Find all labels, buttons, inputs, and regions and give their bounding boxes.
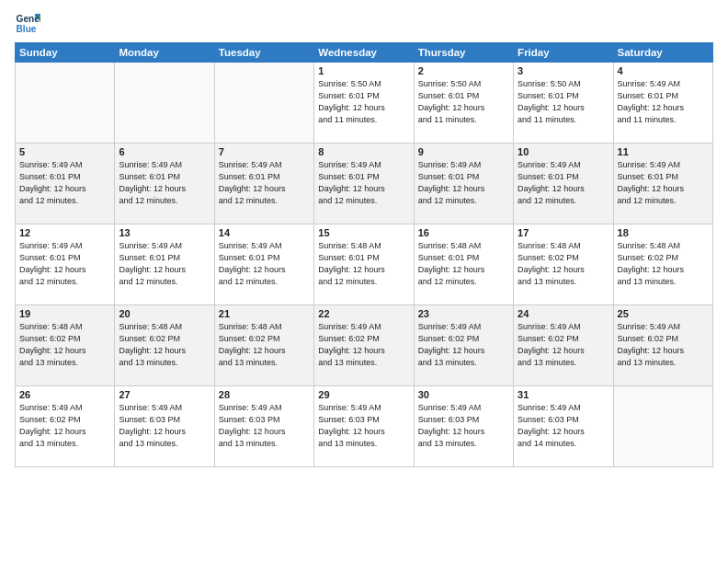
calendar-cell: 3Sunrise: 5:50 AMSunset: 6:01 PMDaylight…: [514, 63, 613, 144]
day-info: Sunrise: 5:49 AMSunset: 6:01 PMDaylight:…: [219, 159, 310, 207]
day-number: 1: [318, 65, 409, 76]
calendar-header-wednesday: Wednesday: [314, 43, 414, 63]
day-info: Sunrise: 5:48 AMSunset: 6:02 PMDaylight:…: [618, 240, 709, 288]
day-number: 11: [618, 146, 709, 157]
calendar-week-4: 19Sunrise: 5:48 AMSunset: 6:02 PMDayligh…: [16, 305, 713, 386]
calendar-cell: 18Sunrise: 5:48 AMSunset: 6:02 PMDayligh…: [613, 224, 712, 305]
calendar-cell: 2Sunrise: 5:50 AMSunset: 6:01 PMDaylight…: [414, 63, 513, 144]
calendar-cell: 17Sunrise: 5:48 AMSunset: 6:02 PMDayligh…: [514, 224, 613, 305]
calendar-cell: [613, 386, 712, 467]
calendar-cell: 9Sunrise: 5:49 AMSunset: 6:01 PMDaylight…: [414, 144, 513, 224]
calendar-cell: 23Sunrise: 5:49 AMSunset: 6:02 PMDayligh…: [414, 305, 513, 386]
day-info: Sunrise: 5:50 AMSunset: 6:01 PMDaylight:…: [418, 78, 509, 126]
day-number: 29: [318, 389, 409, 400]
calendar-cell: 16Sunrise: 5:48 AMSunset: 6:01 PMDayligh…: [414, 224, 513, 305]
day-number: 12: [19, 227, 110, 238]
calendar-cell: 15Sunrise: 5:48 AMSunset: 6:01 PMDayligh…: [314, 224, 414, 305]
day-number: 8: [318, 146, 409, 157]
calendar-cell: 11Sunrise: 5:49 AMSunset: 6:01 PMDayligh…: [613, 144, 712, 224]
calendar-cell: [16, 63, 115, 144]
day-number: 25: [618, 308, 709, 319]
calendar-cell: 28Sunrise: 5:49 AMSunset: 6:03 PMDayligh…: [214, 386, 313, 467]
calendar-cell: 4Sunrise: 5:49 AMSunset: 6:01 PMDaylight…: [613, 63, 712, 144]
day-number: 30: [418, 389, 509, 400]
calendar: SundayMondayTuesdayWednesdayThursdayFrid…: [15, 42, 713, 467]
day-info: Sunrise: 5:48 AMSunset: 6:01 PMDaylight:…: [418, 240, 509, 288]
day-info: Sunrise: 5:49 AMSunset: 6:01 PMDaylight:…: [119, 159, 210, 207]
day-info: Sunrise: 5:49 AMSunset: 6:03 PMDaylight:…: [518, 402, 609, 450]
day-number: 7: [219, 146, 310, 157]
calendar-week-5: 26Sunrise: 5:49 AMSunset: 6:02 PMDayligh…: [16, 386, 713, 467]
calendar-cell: [214, 63, 313, 144]
day-info: Sunrise: 5:49 AMSunset: 6:01 PMDaylight:…: [418, 159, 509, 207]
calendar-cell: 10Sunrise: 5:49 AMSunset: 6:01 PMDayligh…: [514, 144, 613, 224]
day-info: Sunrise: 5:49 AMSunset: 6:01 PMDaylight:…: [518, 159, 609, 207]
day-number: 3: [518, 65, 609, 76]
calendar-cell: 12Sunrise: 5:49 AMSunset: 6:01 PMDayligh…: [16, 224, 115, 305]
calendar-header-thursday: Thursday: [414, 43, 513, 63]
day-info: Sunrise: 5:50 AMSunset: 6:01 PMDaylight:…: [518, 78, 609, 126]
day-info: Sunrise: 5:48 AMSunset: 6:02 PMDaylight:…: [119, 321, 210, 369]
day-number: 21: [219, 308, 310, 319]
day-number: 17: [518, 227, 609, 238]
day-info: Sunrise: 5:48 AMSunset: 6:02 PMDaylight:…: [19, 321, 110, 369]
calendar-cell: 19Sunrise: 5:48 AMSunset: 6:02 PMDayligh…: [16, 305, 115, 386]
page: General Blue SundayMondayTuesdayWednesda…: [0, 0, 728, 563]
day-number: 22: [318, 308, 409, 319]
day-info: Sunrise: 5:49 AMSunset: 6:01 PMDaylight:…: [219, 240, 310, 288]
day-info: Sunrise: 5:49 AMSunset: 6:02 PMDaylight:…: [418, 321, 509, 369]
day-number: 10: [518, 146, 609, 157]
day-number: 31: [518, 389, 609, 400]
day-info: Sunrise: 5:49 AMSunset: 6:01 PMDaylight:…: [618, 78, 709, 126]
calendar-cell: 21Sunrise: 5:48 AMSunset: 6:02 PMDayligh…: [214, 305, 313, 386]
header: General Blue: [15, 11, 713, 37]
calendar-cell: 5Sunrise: 5:49 AMSunset: 6:01 PMDaylight…: [16, 144, 115, 224]
day-number: 28: [219, 389, 310, 400]
calendar-cell: 30Sunrise: 5:49 AMSunset: 6:03 PMDayligh…: [414, 386, 513, 467]
day-info: Sunrise: 5:49 AMSunset: 6:02 PMDaylight:…: [318, 321, 409, 369]
day-number: 15: [318, 227, 409, 238]
calendar-header-sunday: Sunday: [16, 43, 115, 63]
calendar-cell: 25Sunrise: 5:49 AMSunset: 6:02 PMDayligh…: [613, 305, 712, 386]
day-info: Sunrise: 5:49 AMSunset: 6:02 PMDaylight:…: [618, 321, 709, 369]
calendar-cell: 29Sunrise: 5:49 AMSunset: 6:03 PMDayligh…: [314, 386, 414, 467]
day-info: Sunrise: 5:49 AMSunset: 6:01 PMDaylight:…: [19, 240, 110, 288]
calendar-cell: 22Sunrise: 5:49 AMSunset: 6:02 PMDayligh…: [314, 305, 414, 386]
calendar-cell: 27Sunrise: 5:49 AMSunset: 6:03 PMDayligh…: [115, 386, 214, 467]
day-info: Sunrise: 5:49 AMSunset: 6:02 PMDaylight:…: [518, 321, 609, 369]
calendar-header-saturday: Saturday: [613, 43, 712, 63]
calendar-cell: 31Sunrise: 5:49 AMSunset: 6:03 PMDayligh…: [514, 386, 613, 467]
day-info: Sunrise: 5:49 AMSunset: 6:01 PMDaylight:…: [318, 159, 409, 207]
day-info: Sunrise: 5:49 AMSunset: 6:01 PMDaylight:…: [618, 159, 709, 207]
day-info: Sunrise: 5:49 AMSunset: 6:03 PMDaylight:…: [119, 402, 210, 450]
day-info: Sunrise: 5:48 AMSunset: 6:02 PMDaylight:…: [219, 321, 310, 369]
day-number: 9: [418, 146, 509, 157]
calendar-week-2: 5Sunrise: 5:49 AMSunset: 6:01 PMDaylight…: [16, 144, 713, 224]
calendar-cell: 7Sunrise: 5:49 AMSunset: 6:01 PMDaylight…: [214, 144, 313, 224]
day-number: 13: [119, 227, 210, 238]
day-number: 23: [418, 308, 509, 319]
day-number: 4: [618, 65, 709, 76]
calendar-week-3: 12Sunrise: 5:49 AMSunset: 6:01 PMDayligh…: [16, 224, 713, 305]
day-number: 24: [518, 308, 609, 319]
calendar-cell: 20Sunrise: 5:48 AMSunset: 6:02 PMDayligh…: [115, 305, 214, 386]
day-info: Sunrise: 5:49 AMSunset: 6:01 PMDaylight:…: [19, 159, 110, 207]
logo-icon: General Blue: [15, 11, 40, 37]
day-number: 26: [19, 389, 110, 400]
day-number: 18: [618, 227, 709, 238]
calendar-header-tuesday: Tuesday: [214, 43, 313, 63]
calendar-cell: 13Sunrise: 5:49 AMSunset: 6:01 PMDayligh…: [115, 224, 214, 305]
calendar-header-monday: Monday: [115, 43, 214, 63]
day-info: Sunrise: 5:49 AMSunset: 6:03 PMDaylight:…: [219, 402, 310, 450]
calendar-cell: 1Sunrise: 5:50 AMSunset: 6:01 PMDaylight…: [314, 63, 414, 144]
calendar-cell: 26Sunrise: 5:49 AMSunset: 6:02 PMDayligh…: [16, 386, 115, 467]
calendar-cell: 6Sunrise: 5:49 AMSunset: 6:01 PMDaylight…: [115, 144, 214, 224]
calendar-cell: 14Sunrise: 5:49 AMSunset: 6:01 PMDayligh…: [214, 224, 313, 305]
calendar-week-1: 1Sunrise: 5:50 AMSunset: 6:01 PMDaylight…: [16, 63, 713, 144]
day-number: 27: [119, 389, 210, 400]
calendar-cell: [115, 63, 214, 144]
calendar-header-row: SundayMondayTuesdayWednesdayThursdayFrid…: [16, 43, 713, 63]
svg-text:Blue: Blue: [17, 24, 37, 34]
day-info: Sunrise: 5:49 AMSunset: 6:02 PMDaylight:…: [19, 402, 110, 450]
day-number: 14: [219, 227, 310, 238]
